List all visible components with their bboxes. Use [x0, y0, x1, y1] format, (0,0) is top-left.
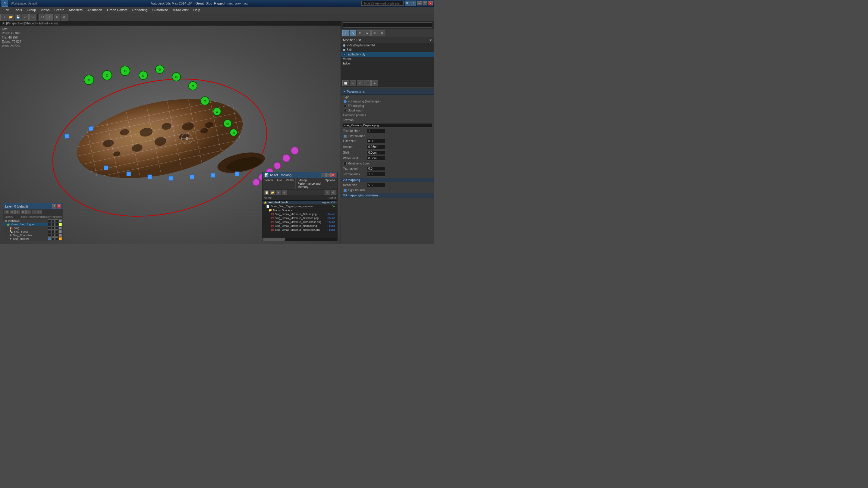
asset-scrollbar[interactable]: [262, 238, 337, 241]
layer-hide-icon-5[interactable]: [48, 234, 51, 237]
layer-hide-icon-6[interactable]: [48, 237, 51, 240]
relative-bbox-row[interactable]: Relative to bbox: [341, 161, 434, 166]
save-btn[interactable]: 💾: [15, 14, 22, 21]
asset-menu-file[interactable]: File: [275, 178, 284, 189]
asset-close-btn[interactable]: ✕: [331, 173, 336, 177]
layer-render-icon-3[interactable]: [55, 227, 58, 230]
layer-color-swatch-5[interactable]: [59, 234, 62, 237]
filter-blur-input[interactable]: [367, 139, 385, 143]
layer-render-icon-4[interactable]: [55, 230, 58, 233]
subobj-element[interactable]: ◈: [371, 80, 378, 86]
layer-btn-1[interactable]: ⊞: [4, 210, 9, 214]
move-btn[interactable]: ✛: [46, 14, 53, 21]
tab-display[interactable]: 👁: [371, 30, 378, 36]
new-btn[interactable]: 🗋: [0, 14, 7, 21]
asset-tool-1[interactable]: 📋: [264, 190, 269, 195]
layer-color-swatch[interactable]: [59, 219, 62, 222]
layer-hide-icon-2[interactable]: [48, 223, 51, 226]
subobj-poly[interactable]: ⬛: [364, 80, 371, 86]
tab-hierarchy[interactable]: ⊞: [357, 30, 364, 36]
radio-3d-mapping[interactable]: 3D mapping: [341, 104, 434, 108]
layer-panel-close[interactable]: ✕: [57, 204, 61, 208]
layer-btn-4[interactable]: ⊕: [21, 210, 26, 214]
asset-row-diffuse[interactable]: 🖼 Slug_Limax_Maximus_Diffuse.png Found: [262, 213, 337, 216]
modifier-editable-poly[interactable]: ▼ Editable Poly: [341, 52, 434, 57]
menu-animation[interactable]: Animation: [85, 7, 104, 12]
resolution-input[interactable]: [367, 183, 385, 187]
help-icon[interactable]: ?: [410, 1, 416, 6]
layer-freeze-icon-2[interactable]: [52, 223, 55, 226]
subobj-border[interactable]: ⬡: [357, 80, 364, 86]
layer-render-icon-5[interactable]: [55, 234, 58, 237]
layer-row-slug-rigged[interactable]: 🐢 Great_Slug_Rigged: [3, 223, 63, 226]
layer-freeze-icon-3[interactable]: [52, 227, 55, 230]
modifier-skin[interactable]: Skin: [341, 47, 434, 52]
tab-create[interactable]: +: [342, 30, 349, 36]
menu-create[interactable]: Create: [52, 7, 67, 12]
asset-tool-3[interactable]: ⊞: [276, 190, 281, 195]
section-parameters[interactable]: ▼ Parameters: [341, 89, 434, 95]
layer-hide-icon-4[interactable]: [48, 230, 51, 233]
asset-minimize-btn[interactable]: ─: [321, 173, 326, 177]
tab-utilities[interactable]: ⚙: [378, 30, 385, 36]
search-input[interactable]: [361, 1, 404, 6]
layer-color-swatch-4[interactable]: [59, 230, 62, 233]
layer-render-icon-2[interactable]: [55, 223, 58, 226]
asset-maximize-btn[interactable]: □: [327, 173, 331, 177]
layer-freeze-icon-4[interactable]: [52, 230, 55, 233]
layer-color-swatch-3[interactable]: [59, 227, 62, 230]
asset-tool-6[interactable]: ⚙: [331, 190, 336, 195]
menu-rendering[interactable]: Rendering: [130, 7, 150, 12]
select-btn[interactable]: ⬡: [39, 14, 46, 21]
layer-freeze-icon-6[interactable]: [52, 237, 55, 240]
layer-row-controls[interactable]: ⊕ Slug_Controlles: [3, 233, 63, 237]
relative-bbox-check[interactable]: [344, 162, 347, 165]
filter-texmap-check[interactable]: [344, 135, 347, 138]
modifier-vray[interactable]: VRayDisplacementM: [341, 43, 434, 47]
asset-row-max-file[interactable]: 📄 Great_Slug_Rigged_max_vray.max Ok: [262, 204, 337, 208]
menu-edit[interactable]: Edit: [1, 7, 12, 12]
tight-bounds-row[interactable]: Tight bounds: [341, 188, 434, 193]
tab-motion[interactable]: ▶: [364, 30, 371, 36]
subobj-edge[interactable]: ━: [350, 80, 356, 86]
asset-tool-5[interactable]: ?: [324, 190, 330, 195]
minimize-button[interactable]: ─: [417, 1, 422, 5]
asset-menu-server[interactable]: Server: [262, 178, 275, 189]
menu-tools[interactable]: Tools: [12, 7, 24, 12]
water-level-input[interactable]: [367, 156, 385, 161]
tab-modify[interactable]: 🔧: [350, 30, 356, 36]
undo-btn[interactable]: ↩: [22, 14, 29, 21]
radio-2d-mapping[interactable]: 2D mapping (landscape): [341, 99, 434, 104]
subobj-vertex[interactable]: ⬜: [342, 80, 349, 86]
layer-btn-7[interactable]: ⬡: [37, 210, 42, 214]
layer-btn-5[interactable]: ↓: [26, 210, 31, 214]
layer-btn-6[interactable]: ↑: [32, 210, 36, 214]
layer-freeze-icon-5[interactable]: [52, 234, 55, 237]
menu-maxscript[interactable]: MAXScript: [170, 7, 191, 12]
asset-row-displace[interactable]: 🖼 Slug_Limax_Maximus_Displace.png Found: [262, 216, 337, 220]
layer-row-default[interactable]: ⊞ 0 (default): [3, 219, 63, 223]
asset-row-reflection[interactable]: 🖼 Slug_Limax_Maximus_Reflection.png Foun…: [262, 228, 337, 232]
menu-help[interactable]: Help: [191, 7, 203, 12]
layer-hide-icon[interactable]: [48, 219, 51, 222]
asset-tool-4[interactable]: ⊟: [282, 190, 287, 195]
layer-render-icon-6[interactable]: [55, 237, 58, 240]
asset-row-normal[interactable]: 🖼 Slug_Limax_Maximus_Normal.png Found: [262, 224, 337, 228]
menu-views[interactable]: Views: [38, 7, 52, 12]
menu-modifiers[interactable]: Modifiers: [67, 7, 85, 12]
asset-row-vault[interactable]: 🔒 Autodesk Vault Logged Off: [262, 201, 337, 204]
layer-row-helpers[interactable]: ✦ Slug_Helpers: [3, 237, 63, 241]
asset-menu-paths[interactable]: Paths: [284, 178, 296, 189]
search-icon[interactable]: 🔍: [405, 1, 410, 6]
layer-btn-2[interactable]: ✕: [10, 210, 15, 214]
layer-color-swatch-6[interactable]: [59, 237, 62, 240]
menu-group[interactable]: Group: [24, 7, 38, 12]
asset-row-glossiness[interactable]: 🖼 Slug_Limax_Maximus_Glossiness.png Foun…: [262, 220, 337, 224]
shift-input[interactable]: [367, 150, 385, 155]
modifier-edge[interactable]: Edge: [341, 61, 434, 66]
asset-row-maps[interactable]: 📁 Maps / Shaders: [262, 208, 337, 213]
layer-btn-3[interactable]: +: [16, 210, 20, 214]
asset-menu-bitmap[interactable]: Bitmap Performance and Memory: [296, 178, 323, 189]
asset-menu-options[interactable]: Options: [323, 178, 337, 189]
asset-tool-2[interactable]: 📁: [270, 190, 275, 195]
